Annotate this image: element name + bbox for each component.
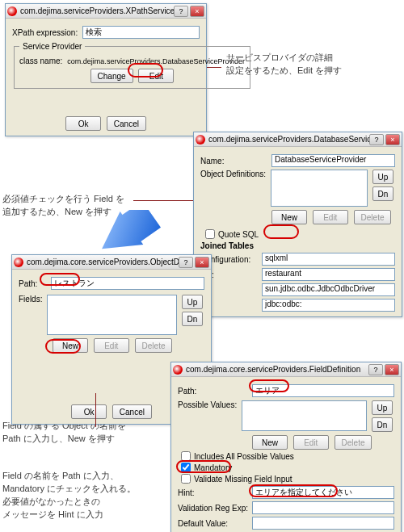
includes-all-input[interactable] [181, 451, 191, 461]
titlebar[interactable]: com.dejima.serviceProviders.DatabaseServ… [194, 132, 402, 147]
ok-button[interactable]: Ok [65, 116, 101, 131]
edit-button[interactable]: Edit [293, 435, 329, 450]
title-text: com.dejima.core.serviceProviders.ObjectD… [27, 258, 179, 266]
dn-button[interactable]: Dn [372, 186, 393, 201]
help-win-button[interactable]: ? [179, 257, 193, 268]
config-input[interactable]: sqlxml [262, 253, 395, 266]
driver-input[interactable]: sun.jdbc.odbc.JdbcOdbcDriver [262, 283, 395, 296]
mandatory-input[interactable] [181, 463, 191, 472]
svg-marker-1 [97, 210, 163, 258]
app-icon [196, 135, 205, 145]
regex-label: Validation Reg Exp: [178, 504, 247, 513]
new-button[interactable]: New [53, 338, 88, 353]
close-win-button[interactable]: × [190, 6, 204, 17]
dn-button[interactable]: Dn [372, 417, 393, 432]
edit-button[interactable]: Edit [138, 69, 174, 83]
validate-missing-checkbox[interactable]: Validate Missing Field Input [181, 474, 394, 484]
name-input[interactable]: DatabaseServiceProvider [271, 154, 395, 167]
title-text: com.dejima.serviceProviders.XPathService… [20, 6, 174, 15]
sp-legend: Service Provider [19, 42, 85, 51]
dialog-db-service-provider: com.dejima.serviceProviders.DatabaseServ… [193, 132, 402, 317]
change-button[interactable]: Change [90, 69, 133, 83]
up-button[interactable]: Up [372, 170, 393, 184]
hint-label: Hint: [178, 488, 247, 497]
cancel-button[interactable]: Cancel [107, 116, 146, 131]
name-label: Name: [200, 157, 267, 165]
up-button[interactable]: Up [372, 400, 393, 415]
classname-label: class name: [19, 57, 62, 65]
pv-label: Possible Values: [178, 400, 237, 409]
url-input[interactable]: jdbc:odbc: [262, 299, 395, 312]
help-win-button[interactable]: ? [368, 364, 383, 375]
service-provider-group: Service Provider class name: com.dejima.… [14, 42, 250, 89]
delete-button[interactable]: Delete [354, 210, 392, 224]
regex-input[interactable] [252, 501, 394, 514]
edit-button[interactable]: Edit [94, 338, 129, 353]
app-icon [7, 6, 17, 16]
dn-button[interactable]: Dn [182, 312, 203, 326]
source-input[interactable]: restaurant [262, 268, 395, 281]
app-icon [173, 365, 183, 375]
titlebar[interactable]: com.dejima.core.serviceProviders.ObjectD… [12, 255, 211, 270]
validate-missing-input[interactable] [181, 474, 191, 484]
xpath-input[interactable]: 検索 [82, 26, 200, 39]
delete-button[interactable]: Delete [135, 338, 173, 353]
objdef-list[interactable] [271, 170, 368, 207]
includes-all-checkbox[interactable]: Includes All Possible Values [181, 451, 394, 461]
close-win-button[interactable]: × [195, 257, 209, 268]
hint-input[interactable]: エリアを指定してください [252, 486, 394, 499]
mandatory-checkbox[interactable]: Mandatory [181, 463, 394, 472]
fields-label: Fields: [19, 295, 42, 304]
edit-button[interactable]: Edit [313, 210, 348, 224]
cancel-button[interactable]: Cancel [112, 404, 152, 419]
help-win-button[interactable]: ? [174, 6, 188, 17]
xpath-label: XPath expression: [12, 28, 78, 37]
quote-sql-checkbox[interactable]: Quote SQL [205, 229, 395, 239]
annotation-4-t: Field の名前を Path に入力、Mandatory にチェックを入れる。… [2, 471, 136, 519]
path-input[interactable]: エリア [252, 384, 394, 397]
fields-list[interactable] [47, 295, 177, 335]
help-win-button[interactable]: ? [369, 134, 384, 145]
up-button[interactable]: Up [182, 295, 203, 309]
path-label: Path: [178, 387, 247, 396]
quote-sql-input[interactable] [205, 229, 215, 239]
titlebar[interactable]: com.dejima.serviceProviders.XPathService… [6, 4, 206, 19]
default-input[interactable] [252, 517, 394, 530]
close-win-button[interactable]: × [385, 364, 399, 375]
path-input[interactable]: レストラン [51, 277, 204, 290]
delete-button[interactable]: Delete [335, 435, 372, 450]
ok-button[interactable]: Ok [71, 404, 107, 419]
new-button[interactable]: New [271, 210, 307, 224]
title-text: com.dejima.core.serviceProviders.FieldDe… [186, 365, 368, 374]
objdef-label: Object Definitions: [200, 170, 266, 178]
flow-arrow-2 [97, 210, 170, 258]
dialog-field-definition: com.dejima.core.serviceProviders.FieldDe… [170, 362, 402, 532]
title-text: com.dejima.serviceProviders.DatabaseServ… [208, 135, 369, 144]
joined-tables-label: Joined Tables [200, 241, 395, 250]
default-label: Default Value: [178, 519, 247, 528]
app-icon [14, 258, 23, 267]
classname-value: com.dejima.serviceProviders.DatabaseServ… [67, 57, 245, 65]
new-button[interactable]: New [252, 435, 288, 450]
pv-list[interactable] [242, 400, 367, 431]
path-label: Path: [19, 279, 46, 288]
annotation-4: Field の名前を Path に入力、Mandatory にチェックを入れる。… [2, 470, 136, 522]
close-win-button[interactable]: × [385, 134, 400, 145]
titlebar[interactable]: com.dejima.core.serviceProviders.FieldDe… [171, 362, 401, 377]
callout-line-3 [95, 393, 96, 427]
dialog-xpath-matcher: com.dejima.serviceProviders.XPathService… [5, 3, 207, 136]
